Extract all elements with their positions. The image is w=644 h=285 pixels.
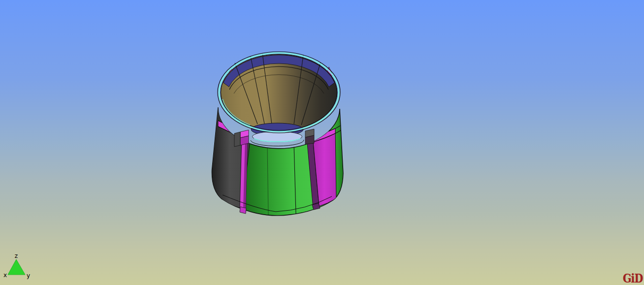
application-window: z x y GiD bbox=[0, 0, 644, 285]
model-frustum[interactable] bbox=[212, 52, 343, 216]
3d-viewport[interactable]: z x y bbox=[0, 0, 644, 285]
bottom-opening-group bbox=[251, 123, 304, 146]
axis-z-label: z bbox=[15, 253, 18, 259]
axis-y-label: y bbox=[27, 272, 30, 279]
rib-left-top-side bbox=[234, 132, 240, 147]
axes-indicator: z x y bbox=[3, 253, 30, 279]
axes-triangle bbox=[8, 259, 25, 275]
axis-x-label: x bbox=[3, 272, 7, 279]
gid-logo: GiD bbox=[623, 272, 643, 285]
